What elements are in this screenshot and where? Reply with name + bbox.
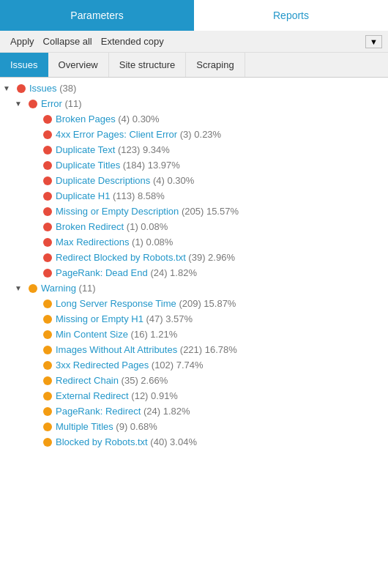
- item-label: Warning (11): [41, 283, 96, 294]
- item-label: Long Server Response Time (209) 15.87%: [56, 298, 236, 309]
- tree-item[interactable]: PageRank: Dead End (24) 1.82%: [0, 265, 388, 280]
- red-dot-icon: [43, 207, 52, 216]
- orange-dot-icon: [43, 407, 52, 416]
- tree-item[interactable]: Missing or Empty Description (205) 15.57…: [0, 204, 388, 219]
- item-label: Blocked by Robots.txt (40) 3.04%: [56, 436, 197, 447]
- item-label: Broken Pages (4) 0.30%: [56, 113, 160, 124]
- tree-item[interactable]: Duplicate Descriptions (4) 0.30%: [0, 173, 388, 188]
- tab-parameters[interactable]: Parameters: [0, 0, 194, 31]
- item-label: PageRank: Redirect (24) 1.82%: [56, 406, 190, 417]
- item-label: Missing or Empty Description (205) 15.57…: [56, 206, 239, 217]
- arrow-icon: [3, 84, 13, 92]
- tree-item[interactable]: Max Redirections (1) 0.08%: [0, 234, 388, 250]
- item-label: Duplicate H1 (113) 8.58%: [56, 190, 165, 201]
- tree-item[interactable]: Min Content Size (16) 1.21%: [0, 327, 388, 342]
- tree-item[interactable]: Broken Redirect (1) 0.08%: [0, 219, 388, 234]
- red-dot-icon: [43, 253, 52, 262]
- red-dot-icon: [43, 223, 52, 231]
- tree-container: Issues (38)Error (11)Broken Pages (4) 0.…: [0, 78, 388, 588]
- orange-dot-icon: [43, 299, 52, 308]
- apply-button[interactable]: Apply: [6, 34, 39, 48]
- item-label: Images Without Alt Attributes (221) 16.7…: [56, 344, 237, 355]
- tree-item[interactable]: Broken Pages (4) 0.30%: [0, 111, 388, 127]
- item-label: Duplicate Descriptions (4) 0.30%: [56, 175, 194, 186]
- subtab-site-structure[interactable]: Site structure: [109, 53, 187, 77]
- extended-copy-button[interactable]: Extended copy: [97, 34, 168, 48]
- red-dot-icon: [43, 176, 52, 185]
- tree-item[interactable]: 3xx Redirected Pages (102) 7.74%: [0, 357, 388, 373]
- item-label: Broken Redirect (1) 0.08%: [56, 221, 168, 232]
- subtab-scraping[interactable]: Scraping: [186, 53, 245, 77]
- item-label: Multiple Titles (9) 0.68%: [56, 421, 157, 432]
- tree-item[interactable]: Redirect Chain (35) 2.66%: [0, 373, 388, 388]
- red-dot-icon: [43, 161, 52, 170]
- red-dot-icon: [43, 130, 52, 139]
- tree-item[interactable]: Error (11): [0, 96, 388, 111]
- item-label: 3xx Redirected Pages (102) 7.74%: [56, 360, 204, 371]
- item-label: Min Content Size (16) 1.21%: [56, 329, 177, 340]
- item-label: Duplicate Titles (184) 13.97%: [56, 160, 180, 171]
- red-dot-icon: [43, 238, 52, 247]
- toolbar: Apply Collapse all Extended copy ▼: [0, 31, 388, 53]
- tree-item[interactable]: Duplicate Titles (184) 13.97%: [0, 157, 388, 173]
- orange-dot-icon: [43, 438, 52, 447]
- collapse-all-button[interactable]: Collapse all: [39, 34, 97, 48]
- red-dot-icon: [43, 115, 52, 124]
- arrow-icon: [15, 100, 25, 108]
- tree-item[interactable]: Long Server Response Time (209) 15.87%: [0, 296, 388, 311]
- tree-item[interactable]: Images Without Alt Attributes (221) 16.7…: [0, 342, 388, 357]
- tree-item[interactable]: Multiple Titles (9) 0.68%: [0, 419, 388, 434]
- item-label: Duplicate Text (123) 9.34%: [56, 144, 170, 155]
- orange-dot-icon: [43, 392, 52, 401]
- arrow-icon: [15, 284, 25, 292]
- orange-dot-icon: [43, 361, 52, 370]
- subtab-issues[interactable]: Issues: [0, 53, 48, 77]
- item-label: Max Redirections (1) 0.08%: [56, 237, 173, 248]
- item-label: 4xx Error Pages: Client Error (3) 0.23%: [56, 129, 221, 140]
- item-label: External Redirect (12) 0.91%: [56, 390, 178, 401]
- red-dot-icon: [43, 146, 52, 155]
- item-label: Error (11): [41, 98, 82, 109]
- item-label: Issues (38): [29, 83, 76, 94]
- top-tab-bar: Parameters Reports: [0, 0, 388, 31]
- tree-item[interactable]: Duplicate Text (123) 9.34%: [0, 142, 388, 157]
- dropdown-button[interactable]: ▼: [365, 35, 382, 48]
- orange-dot-icon: [29, 284, 37, 293]
- red-dot-icon: [43, 269, 52, 278]
- item-label: Redirect Chain (35) 2.66%: [56, 375, 168, 386]
- item-label: Missing or Empty H1 (47) 3.57%: [56, 313, 193, 324]
- red-dot-icon: [17, 84, 26, 93]
- tree-item[interactable]: Blocked by Robots.txt (40) 3.04%: [0, 434, 388, 450]
- tree-item[interactable]: External Redirect (12) 0.91%: [0, 388, 388, 403]
- item-label: Redirect Blocked by Robots.txt (39) 2.96…: [56, 252, 235, 263]
- red-dot-icon: [29, 100, 37, 108]
- tree-item[interactable]: Warning (11): [0, 280, 388, 296]
- tree-item[interactable]: Duplicate H1 (113) 8.58%: [0, 188, 388, 204]
- sub-tab-bar: Issues Overview Site structure Scraping: [0, 53, 388, 78]
- tree-item[interactable]: Redirect Blocked by Robots.txt (39) 2.96…: [0, 250, 388, 265]
- tree-item[interactable]: PageRank: Redirect (24) 1.82%: [0, 403, 388, 419]
- red-dot-icon: [43, 192, 52, 201]
- item-label: PageRank: Dead End (24) 1.82%: [56, 267, 197, 278]
- orange-dot-icon: [43, 315, 52, 324]
- orange-dot-icon: [43, 376, 52, 385]
- orange-dot-icon: [43, 346, 52, 354]
- tree-item[interactable]: 4xx Error Pages: Client Error (3) 0.23%: [0, 127, 388, 142]
- tab-reports[interactable]: Reports: [194, 0, 388, 31]
- tree-item[interactable]: Issues (38): [0, 81, 388, 96]
- tree-item[interactable]: Missing or Empty H1 (47) 3.57%: [0, 311, 388, 327]
- orange-dot-icon: [43, 330, 52, 339]
- subtab-overview[interactable]: Overview: [48, 53, 109, 77]
- orange-dot-icon: [43, 423, 52, 431]
